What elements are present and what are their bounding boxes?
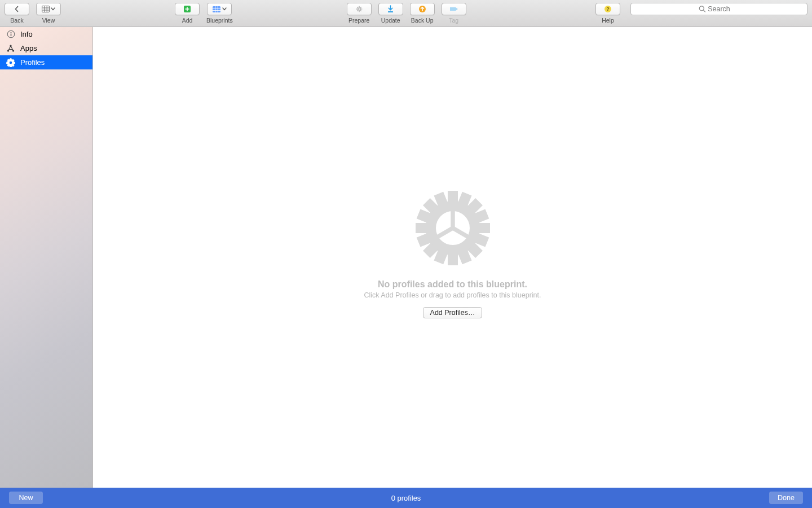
update-button[interactable] [378,3,403,15]
blueprints-button[interactable] [207,3,232,15]
sidebar-item-info[interactable]: Info [0,27,92,41]
view-button[interactable] [36,3,61,15]
svg-line-42 [438,252,442,262]
svg-line-50 [453,228,469,238]
gear-small-icon [355,5,363,13]
svg-line-48 [476,238,487,242]
empty-subtitle: Click Add Profiles or drag to add profil… [364,291,541,299]
toolbar-group-update: Update [378,3,403,24]
gear-icon [6,58,15,67]
toolbar-group-add: Add [175,3,200,24]
svg-line-19 [360,7,361,7]
svg-line-46 [462,252,466,262]
svg-line-43 [476,213,487,217]
sidebar-item-profiles[interactable]: Profiles [0,55,92,69]
svg-line-45 [438,194,442,204]
help-button[interactable]: ? [595,3,620,15]
chevron-left-icon [14,6,20,12]
download-icon [387,5,394,13]
sidebar-item-label: Apps [20,44,37,52]
chevron-down-icon [51,7,55,11]
new-button[interactable]: New [9,492,43,504]
search-input[interactable] [630,3,807,15]
grid-icon [42,6,50,12]
svg-line-16 [357,7,358,7]
sidebar-item-label: Info [20,30,33,38]
help-icon: ? [604,5,612,13]
svg-line-41 [462,194,466,204]
toolbar-group-backup: Back Up [410,3,435,24]
svg-line-51 [436,228,453,238]
toolbar-group-back: Back [5,3,29,24]
toolbar-group-tag: Tag [442,3,466,24]
status-text: 0 profiles [391,494,421,502]
svg-point-27 [10,32,11,33]
prepare-button[interactable] [347,3,372,15]
svg-point-11 [358,8,360,10]
empty-state: No profiles added to this blueprint. Cli… [364,186,541,318]
help-label: Help [602,17,614,24]
gear-large-icon [411,186,495,270]
sidebar-item-label: Profiles [20,58,45,67]
svg-text:?: ? [606,6,610,12]
back-button[interactable] [5,3,29,15]
done-button[interactable]: Done [769,492,803,504]
bottom-bar: New 0 profiles Done [0,488,812,508]
toolbar: Back View Add [0,0,812,27]
svg-line-47 [418,213,429,217]
apps-icon [6,44,15,53]
view-label: View [42,17,55,24]
toolbar-group-help: ? Help [595,3,620,24]
add-button[interactable] [175,3,200,15]
tag-icon [449,6,459,12]
upload-circle-icon [418,5,426,13]
back-label: Back [10,17,23,24]
backup-label: Back Up [411,17,434,24]
svg-line-38 [471,246,479,254]
tag-button[interactable] [442,3,466,15]
svg-line-37 [426,202,434,209]
tag-label: Tag [449,17,458,24]
svg-rect-20 [388,11,393,12]
plus-square-icon [183,5,192,13]
sidebar-item-apps[interactable]: Apps [0,41,92,55]
body: Info Apps Profile [0,27,812,488]
sidebar: Info Apps Profile [0,27,93,488]
svg-rect-6 [213,6,220,12]
toolbar-group-prepare: Prepare [347,3,372,24]
svg-line-44 [418,238,429,242]
blueprints-icon [212,6,221,13]
add-label: Add [182,17,193,24]
toolbar-group-view: View [36,3,61,24]
blueprints-label: Blueprints [206,17,233,24]
svg-line-17 [360,10,361,11]
svg-rect-28 [10,33,11,36]
search-wrap [630,3,807,15]
empty-title: No profiles added to this blueprint. [378,279,527,290]
svg-line-39 [426,246,434,254]
content: No profiles added to this blueprint. Cli… [93,27,812,488]
svg-rect-0 [42,6,50,12]
prepare-label: Prepare [348,17,369,24]
svg-line-40 [471,202,479,209]
add-profiles-button[interactable]: Add Profiles… [423,307,483,318]
toolbar-group-blueprints: Blueprints [206,3,233,24]
svg-line-18 [357,10,358,11]
chevron-down-icon [222,7,227,11]
backup-button[interactable] [410,3,435,15]
info-icon [6,30,15,39]
update-label: Update [381,17,400,24]
